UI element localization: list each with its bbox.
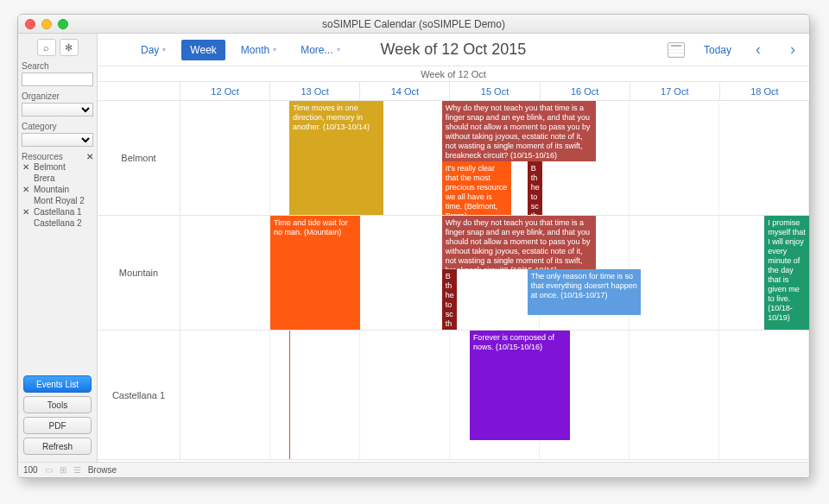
organizer-select[interactable]: [22, 103, 93, 117]
resources-label: Resources: [22, 152, 63, 161]
gear-icon[interactable]: ✻: [60, 39, 79, 56]
refresh-button[interactable]: Refresh: [23, 438, 92, 455]
list-item[interactable]: ✕Castellana 1: [22, 206, 93, 217]
calendar-rows: Belmont Time moves in one direction, mem…: [98, 101, 809, 462]
check-icon: ✕: [22, 185, 30, 194]
day-header-cell[interactable]: 16 Oct: [541, 82, 630, 100]
pdf-button[interactable]: PDF: [23, 417, 92, 434]
calendar-event[interactable]: B th he to sc th: [442, 269, 457, 330]
day-header-cell[interactable]: 17 Oct: [630, 82, 720, 100]
category-label: Category: [22, 122, 93, 131]
zoom-value[interactable]: 100: [23, 465, 38, 475]
resource-label: Mountain: [98, 216, 180, 330]
list-item[interactable]: ✕Belmont: [22, 161, 93, 173]
organizer-label: Organizer: [22, 91, 93, 101]
mode-label: Browse: [88, 465, 117, 475]
calendar-event[interactable]: Time and tide wait for no man. (Mountain…: [270, 216, 360, 330]
calendar-event[interactable]: B th he to sc th: [528, 161, 542, 215]
chevron-left-icon[interactable]: ‹: [750, 41, 766, 59]
resource-label: Castellana 1: [98, 331, 180, 459]
calendar-event[interactable]: Time moves in one direction, memory in a…: [289, 101, 383, 215]
list-item[interactable]: Mont Royal 2: [22, 195, 93, 206]
category-select[interactable]: [22, 133, 93, 147]
layout-icon[interactable]: ▭: [45, 465, 53, 475]
minimize-icon[interactable]: [41, 19, 52, 29]
calendar-icon[interactable]: [668, 42, 685, 58]
day-header-cell[interactable]: 18 Oct: [720, 82, 809, 100]
day-header: 12 Oct 13 Oct 14 Oct 15 Oct 16 Oct 17 Oc…: [98, 82, 809, 101]
window-title: soSIMPLE Calendar (soSIMPLE Demo): [18, 18, 809, 30]
day-grid[interactable]: Time and tide wait for no man. (Mountain…: [180, 216, 809, 330]
chevron-down-icon: ▾: [162, 46, 166, 54]
chevron-down-icon: ▾: [273, 46, 276, 54]
view-more[interactable]: More...▾: [292, 40, 348, 60]
day-grid[interactable]: Time moves in one direction, memory in a…: [180, 101, 809, 215]
list-item[interactable]: ✕Mountain: [22, 184, 93, 195]
tools-button[interactable]: Tools: [23, 396, 92, 413]
now-indicator: [289, 331, 290, 459]
list-item[interactable]: Brera: [22, 173, 93, 184]
list-item[interactable]: Castellana 2: [22, 217, 93, 229]
resource-label: Belmont: [98, 101, 180, 215]
day-header-cell[interactable]: 12 Oct: [180, 82, 270, 100]
resources-list: ✕Belmont Brera ✕Mountain Mont Royal 2 ✕C…: [22, 161, 93, 229]
chevron-right-icon[interactable]: ›: [785, 41, 801, 59]
zoom-icon[interactable]: [58, 19, 68, 29]
search-input[interactable]: [22, 72, 93, 86]
search-label: Search: [22, 61, 93, 71]
day-header-cell[interactable]: 14 Oct: [360, 82, 450, 100]
view-switcher: Day▾ Week Month▾ More...▾: [132, 40, 349, 60]
events-list-button[interactable]: Events List: [23, 375, 92, 393]
check-icon: ✕: [22, 162, 30, 172]
resource-row: Castellana 1 Forever is composed of nows…: [98, 331, 809, 460]
calendar: Week of 12 Oct 12 Oct 13 Oct 14 Oct 15 O…: [98, 66, 809, 462]
view-week[interactable]: Week: [181, 40, 225, 60]
layout-icon[interactable]: ☰: [73, 465, 81, 475]
resource-row: Belmont Time moves in one direction, mem…: [98, 101, 809, 216]
calendar-event[interactable]: Why do they not teach you that time is a…: [442, 101, 596, 161]
view-day[interactable]: Day▾: [132, 40, 174, 60]
calendar-event[interactable]: The only reason for time is so that ever…: [528, 269, 641, 315]
day-header-cell[interactable]: 13 Oct: [270, 82, 360, 100]
sidebar: ⌕ ✻ Search Organizer Category Resources …: [18, 34, 98, 462]
window-controls: [25, 19, 68, 29]
day-grid[interactable]: Forever is composed of nows. (10/15-10/1…: [180, 331, 809, 459]
layout-icon[interactable]: ⊞: [60, 465, 66, 475]
week-caption: Week of 12 Oct: [98, 66, 809, 82]
resource-row: Mountain Time and tide wait for no man. …: [98, 216, 809, 331]
today-button[interactable]: Today: [704, 44, 731, 56]
day-header-cell[interactable]: 15 Oct: [450, 82, 540, 100]
content: ⌕ ✻ Search Organizer Category Resources …: [18, 34, 809, 462]
main: Day▾ Week Month▾ More...▾ Week of 12 Oct…: [98, 34, 809, 462]
chevron-down-icon: ▾: [337, 46, 340, 54]
calendar-event[interactable]: Why do they not teach you that time is a…: [442, 216, 596, 269]
app-window: soSIMPLE Calendar (soSIMPLE Demo) ⌕ ✻ Se…: [17, 14, 810, 478]
status-bar: 100 ▭ ⊞ ☰ Browse: [18, 462, 809, 477]
calendar-event[interactable]: I promise myself that I will enjoy every…: [764, 216, 809, 330]
view-month[interactable]: Month▾: [232, 40, 285, 60]
close-icon[interactable]: ✕: [86, 152, 93, 161]
calendar-event[interactable]: It's really clear that the most precious…: [442, 161, 511, 215]
calendar-event[interactable]: Forever is composed of nows. (10/15-10/1…: [470, 331, 570, 440]
close-icon[interactable]: [25, 19, 35, 29]
toolbar: Day▾ Week Month▾ More...▾ Week of 12 Oct…: [98, 34, 809, 66]
titlebar[interactable]: soSIMPLE Calendar (soSIMPLE Demo): [18, 15, 809, 34]
search-icon[interactable]: ⌕: [37, 39, 56, 56]
check-icon: ✕: [22, 207, 30, 217]
